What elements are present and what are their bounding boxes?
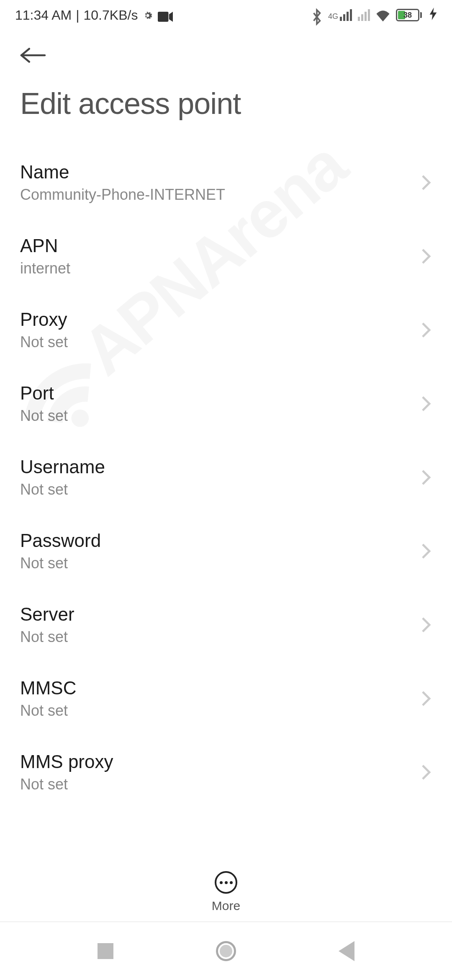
setting-value: Not set [20,776,420,793]
setting-name[interactable]: Name Community-Phone-INTERNET [20,146,432,219]
battery-indicator: 38 [396,9,422,21]
chevron-right-icon [420,616,432,633]
setting-label: MMSC [20,678,420,699]
camera-icon [158,10,173,21]
chevron-right-icon [420,543,432,560]
status-left: 11:34 AM | 10.7KB/s [15,8,173,23]
nav-back-button[interactable] [339,941,354,961]
setting-label: MMS proxy [20,751,420,772]
setting-port[interactable]: Port Not set [20,367,432,441]
setting-label: Username [20,456,420,477]
setting-mms-proxy[interactable]: MMS proxy Not set [20,735,432,809]
network-type-label: 4G [328,12,338,21]
settings-list: Name Community-Phone-INTERNET APN intern… [0,146,452,809]
setting-label: Password [20,530,420,551]
setting-username[interactable]: Username Not set [20,441,432,514]
battery-percent: 38 [397,11,418,20]
status-time: 11:34 AM [15,8,72,23]
nav-recent-button[interactable] [98,943,113,959]
status-speed: 10.7KB/s [84,8,138,23]
setting-password[interactable]: Password Not set [20,514,432,588]
nav-home-button[interactable] [216,941,236,961]
chevron-right-icon [420,690,432,707]
setting-mmsc[interactable]: MMSC Not set [20,662,432,735]
chevron-right-icon [420,248,432,265]
setting-value: Not set [20,554,420,572]
chevron-right-icon [420,469,432,486]
setting-label: Name [20,162,420,183]
navigation-bar [0,921,452,980]
chevron-right-icon [420,764,432,781]
signal-sim1: 4G [328,9,352,21]
setting-proxy[interactable]: Proxy Not set [20,293,432,367]
bluetooth-icon [311,8,322,22]
more-button[interactable]: More [0,861,452,913]
status-bar: 11:34 AM | 10.7KB/s 4G [0,0,452,30]
svg-rect-0 [158,12,169,22]
page-title: Edit access point [0,70,452,146]
setting-value: Not set [20,628,420,646]
back-button[interactable] [0,30,452,70]
chevron-right-icon [420,395,432,412]
setting-value: Not set [20,702,420,720]
setting-label: APN [20,235,420,256]
setting-apn[interactable]: APN internet [20,219,432,293]
charging-icon [429,8,437,23]
chevron-right-icon [420,174,432,191]
setting-value: Not set [20,333,420,351]
status-right: 4G 38 [311,8,437,23]
more-label: More [212,899,240,913]
setting-value: Community-Phone-INTERNET [20,186,420,204]
wifi-icon [376,9,390,21]
setting-value: Not set [20,407,420,425]
setting-label: Port [20,383,420,404]
chevron-right-icon [420,322,432,338]
setting-label: Proxy [20,309,420,330]
setting-server[interactable]: Server Not set [20,588,432,662]
signal-sim2 [358,9,370,21]
status-divider: | [76,8,79,23]
more-icon [215,871,237,894]
setting-label: Server [20,604,420,625]
setting-value: Not set [20,481,420,498]
gear-icon [142,9,154,21]
setting-value: internet [20,260,420,277]
